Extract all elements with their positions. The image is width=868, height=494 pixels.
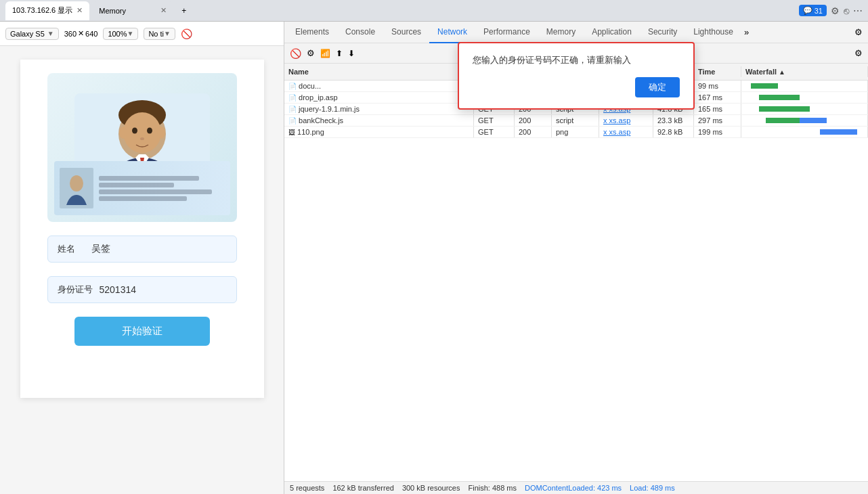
throttle-chevron-icon: ▼ bbox=[164, 30, 171, 37]
svg-point-4 bbox=[132, 128, 137, 134]
mini-person-svg bbox=[63, 171, 90, 205]
tab-title: 103.73.162.6 显示 bbox=[12, 5, 72, 16]
id-line-4 bbox=[99, 196, 187, 201]
name-field: 姓名 吴签 bbox=[47, 235, 237, 263]
id-line-2 bbox=[99, 183, 175, 187]
alert-confirm-button[interactable]: 确定 bbox=[635, 77, 680, 97]
device-selector[interactable]: Galaxy S5 ▼ bbox=[5, 28, 59, 40]
device-toolbar: Galaxy S5 ▼ 360 ✕ 640 100% ▼ No ti ▼ 🚫 bbox=[0, 22, 284, 46]
id-line-1 bbox=[99, 176, 200, 181]
dimension-display: 360 ✕ 640 bbox=[64, 29, 98, 38]
share-icon[interactable]: ⎋ bbox=[844, 5, 849, 16]
tab-active[interactable]: 103.73.162.6 显示 ✕ bbox=[5, 1, 89, 20]
id-card-text-lines bbox=[99, 176, 225, 201]
devtools-panel: Elements Console Sources Network Perform… bbox=[284, 22, 868, 494]
svg-point-7 bbox=[119, 127, 127, 139]
alert-overlay: 您输入的身份证号码不正确，请重新输入 确定 bbox=[284, 22, 868, 494]
app-content: 姓名 吴签 身份证号 5201314 开始验证 bbox=[20, 60, 264, 398]
tab-close-icon[interactable]: ✕ bbox=[77, 6, 83, 15]
throttle-selector[interactable]: No ti ▼ bbox=[144, 28, 175, 40]
id-value: 5201314 bbox=[100, 284, 137, 295]
phone-screen: 姓名 吴签 身份证号 5201314 开始验证 bbox=[0, 46, 284, 494]
device-name: Galaxy S5 bbox=[10, 30, 45, 38]
browser-chrome: 103.73.162.6 显示 ✕ Memory ✕ + 💬 31 ⚙ ⎋ ⋯ bbox=[0, 0, 868, 22]
id-card-overlay bbox=[54, 161, 230, 215]
tab-memory[interactable]: Memory ✕ bbox=[92, 1, 173, 20]
alert-message: 您输入的身份证号码不正确，请重新输入 bbox=[473, 54, 680, 66]
zoom-value: 100% bbox=[108, 30, 127, 38]
more-icon[interactable]: ⋯ bbox=[853, 5, 863, 16]
alert-dialog: 您输入的身份证号码不正确，请重新输入 确定 bbox=[458, 42, 695, 110]
comment-count: 31 bbox=[815, 7, 823, 15]
id-card-image bbox=[47, 73, 237, 222]
block-icon[interactable]: 🚫 bbox=[181, 28, 192, 39]
svg-point-5 bbox=[147, 128, 152, 134]
width-value: 360 bbox=[64, 30, 77, 38]
settings-icon[interactable]: ⚙ bbox=[831, 5, 840, 16]
id-line-3 bbox=[99, 189, 212, 194]
name-label: 姓名 bbox=[58, 243, 85, 255]
tab-memory-close-icon[interactable]: ✕ bbox=[160, 6, 167, 15]
id-field: 身份证号 5201314 bbox=[47, 276, 237, 303]
tab-memory-title: Memory bbox=[99, 7, 126, 15]
svg-point-6 bbox=[140, 137, 144, 140]
throttle-value: No ti bbox=[148, 30, 164, 38]
zoom-selector[interactable]: 100% ▼ bbox=[103, 28, 138, 40]
svg-point-10 bbox=[70, 175, 83, 192]
zoom-chevron-icon: ▼ bbox=[127, 30, 134, 37]
verify-button[interactable]: 开始验证 bbox=[74, 317, 210, 346]
new-tab-button[interactable]: + bbox=[176, 1, 195, 20]
dimension-x-separator: ✕ bbox=[78, 29, 84, 38]
comment-badge: 💬 31 bbox=[799, 5, 827, 16]
id-label: 身份证号 bbox=[58, 284, 93, 296]
id-card-mini-person bbox=[60, 168, 93, 208]
height-value: 640 bbox=[85, 30, 97, 38]
new-tab-icon: + bbox=[181, 6, 186, 16]
device-panel: Galaxy S5 ▼ 360 ✕ 640 100% ▼ No ti ▼ 🚫 bbox=[0, 22, 284, 494]
name-value: 吴签 bbox=[91, 243, 110, 255]
svg-point-8 bbox=[157, 127, 165, 139]
device-chevron-icon: ▼ bbox=[47, 30, 54, 37]
